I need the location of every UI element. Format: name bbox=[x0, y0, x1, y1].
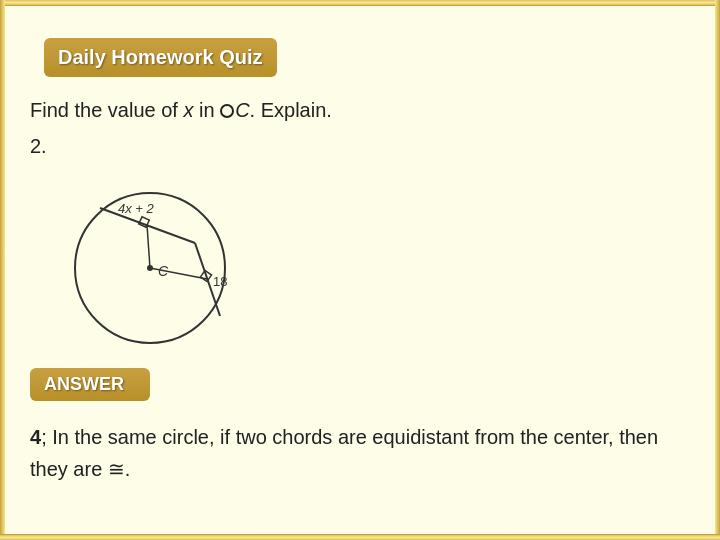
bottom-border bbox=[0, 534, 720, 540]
answer-header-bar: ANSWER bbox=[30, 368, 150, 401]
diagram: C 4x + bbox=[50, 168, 250, 348]
prompt-prefix: Find the value of bbox=[30, 99, 183, 121]
svg-text:4x + 2: 4x + 2 bbox=[118, 201, 155, 216]
congruent-symbol: ≅ bbox=[108, 458, 125, 480]
answer-body: 4; In the same circle, if two chords are… bbox=[30, 421, 690, 485]
prompt-suffix: . Explain. bbox=[250, 99, 332, 121]
variable: x bbox=[183, 99, 193, 121]
page: Daily Homework Quiz Find the value of x … bbox=[0, 0, 720, 540]
svg-text:18: 18 bbox=[213, 274, 227, 289]
circle-icon bbox=[220, 104, 234, 118]
prompt-middle: in bbox=[193, 99, 220, 121]
quiz-title: Daily Homework Quiz bbox=[58, 46, 263, 68]
question-section: Find the value of x in C. Explain. 2. C bbox=[30, 95, 690, 348]
main-content: Daily Homework Quiz Find the value of x … bbox=[0, 6, 720, 505]
right-border bbox=[715, 0, 720, 540]
quiz-header-bar: Daily Homework Quiz bbox=[44, 38, 277, 77]
answer-period: . bbox=[125, 458, 131, 480]
question-number: 2. bbox=[30, 135, 690, 158]
left-border bbox=[0, 0, 5, 540]
answer-label: ANSWER bbox=[44, 374, 124, 394]
answer-number: 4 bbox=[30, 426, 41, 448]
svg-line-5 bbox=[147, 225, 150, 268]
circle-label: C bbox=[235, 99, 249, 121]
question-prompt: Find the value of x in C. Explain. bbox=[30, 95, 690, 125]
answer-section: ANSWER 4; In the same circle, if two cho… bbox=[30, 358, 690, 485]
